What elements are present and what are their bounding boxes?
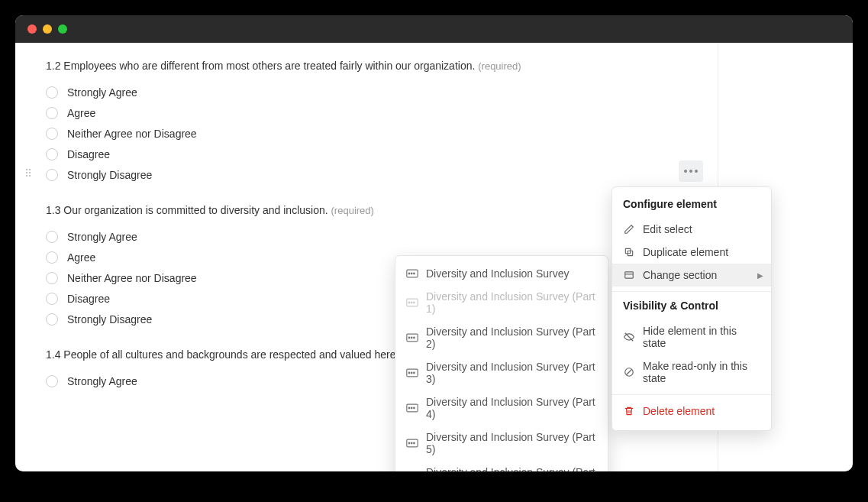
question-text: 1.2 Employees who are different from mos… (46, 58, 695, 74)
submenu-item-label: Diversity and Inclusion Survey (Part 4) (426, 396, 597, 420)
menu-item-change-section[interactable]: Change section ▶ (612, 264, 771, 287)
window-minimize-button[interactable] (43, 24, 52, 34)
app-window: 1.2 Employees who are different from mos… (15, 15, 853, 471)
menu-item-label: Make read-only in this state (643, 360, 760, 384)
radio-icon (46, 148, 58, 160)
option-label: Disagree (67, 293, 110, 305)
option-label: Strongly Disagree (67, 169, 152, 181)
question-prompt: Our organization is committed to diversi… (63, 204, 328, 216)
question-text: 1.3 Our organization is committed to div… (46, 202, 695, 219)
radio-icon (46, 169, 58, 181)
drag-handle-icon[interactable] (26, 169, 31, 177)
submenu-item[interactable]: Diversity and Inclusion Survey (Part 5) (395, 426, 608, 461)
submenu-item[interactable]: Diversity and Inclusion Survey (Part 6) (395, 461, 608, 471)
radio-icon (46, 107, 58, 119)
option-item[interactable]: Strongly Agree (46, 231, 695, 243)
radio-icon (46, 375, 58, 387)
option-label: Neither Agree nor Disagree (67, 128, 197, 140)
svg-point-19 (411, 337, 412, 338)
svg-point-12 (414, 273, 415, 274)
svg-point-27 (411, 407, 412, 409)
question-block: 1.2 Employees who are different from mos… (46, 58, 695, 181)
question-number: 1.2 (46, 60, 60, 72)
menu-section-title: Configure element (612, 195, 771, 218)
submenu-item-label: Diversity and Inclusion Survey (Part 3) (426, 361, 597, 385)
submenu-item[interactable]: Diversity and Inclusion Survey (Part 4) (395, 390, 608, 426)
form-icon (406, 402, 418, 414)
option-item[interactable]: Disagree (46, 148, 695, 160)
eye-off-icon (623, 331, 635, 343)
radio-icon (46, 313, 58, 325)
svg-point-26 (408, 407, 410, 409)
option-label: Neither Agree nor Disagree (67, 272, 197, 284)
menu-item-edit[interactable]: Edit select (612, 218, 771, 241)
option-item[interactable]: Neither Agree nor Disagree (46, 128, 695, 140)
option-label: Strongly Agree (67, 231, 137, 243)
svg-point-14 (408, 302, 410, 303)
form-icon (406, 437, 418, 449)
submenu-item-label: Diversity and Inclusion Survey (426, 267, 570, 280)
menu-item-label: Change section (643, 269, 717, 281)
submenu-item-label: Diversity and Inclusion Survey (Part 6) (426, 466, 597, 471)
window-titlebar (15, 15, 853, 43)
svg-point-28 (414, 407, 415, 409)
svg-point-11 (411, 273, 412, 274)
context-menu: Configure element Edit select Duplicate … (611, 186, 772, 431)
submenu-item-label: Diversity and Inclusion Survey (Part 1) (426, 290, 597, 315)
section-icon (623, 269, 635, 281)
question-prompt: People of all cultures and backgrounds a… (63, 348, 399, 361)
pencil-icon (623, 223, 635, 235)
window-maximize-button[interactable] (58, 24, 67, 34)
prohibit-icon (623, 366, 635, 378)
option-item[interactable]: Strongly Disagree (46, 169, 695, 181)
submenu-item[interactable]: Diversity and Inclusion Survey (Part 3) (395, 355, 608, 390)
option-item[interactable]: Strongly Agree (46, 86, 695, 99)
menu-item-readonly[interactable]: Make read-only in this state (612, 355, 771, 390)
question-prompt: Employees who are different from most ot… (63, 60, 475, 72)
option-label: Strongly Agree (67, 375, 137, 387)
submenu-item-label: Diversity and Inclusion Survey (Part 2) (426, 325, 597, 350)
question-number: 1.4 (46, 348, 60, 361)
options-list: Strongly Agree Agree Neither Agree nor D… (46, 86, 695, 181)
menu-item-label: Duplicate element (643, 246, 728, 258)
svg-point-30 (408, 442, 410, 444)
radio-icon (46, 231, 58, 243)
option-label: Agree (67, 107, 95, 119)
submenu-item[interactable]: Diversity and Inclusion Survey (Part 2) (395, 320, 608, 355)
form-icon (406, 332, 418, 344)
submenu-item[interactable]: Diversity and Inclusion Survey (395, 262, 608, 285)
change-section-submenu: Diversity and Inclusion Survey Diversity… (395, 255, 608, 471)
question-number: 1.3 (46, 204, 60, 216)
radio-icon (46, 128, 58, 140)
svg-point-31 (411, 442, 412, 444)
option-item[interactable]: Agree (46, 107, 695, 119)
svg-rect-2 (625, 272, 634, 278)
menu-item-hide[interactable]: Hide element in this state (612, 319, 771, 355)
menu-item-duplicate[interactable]: Duplicate element (612, 241, 771, 264)
chevron-right-icon: ▶ (757, 271, 763, 280)
svg-point-15 (411, 302, 412, 303)
submenu-item: Diversity and Inclusion Survey (Part 1) (395, 285, 608, 320)
svg-line-6 (627, 370, 632, 375)
option-label: Agree (67, 251, 95, 264)
option-label: Strongly Disagree (67, 313, 152, 325)
option-label: Disagree (67, 148, 110, 160)
menu-item-label: Edit select (643, 223, 692, 235)
form-icon (406, 296, 418, 309)
form-icon (406, 367, 418, 379)
radio-icon (46, 251, 58, 264)
svg-point-24 (414, 372, 415, 374)
svg-point-22 (408, 372, 410, 374)
menu-divider (612, 394, 771, 395)
svg-point-23 (411, 372, 412, 374)
radio-icon (46, 272, 58, 284)
menu-item-label: Hide element in this state (643, 325, 760, 349)
menu-section-title: Visibility & Control (612, 296, 771, 319)
menu-item-delete[interactable]: Delete element (612, 400, 771, 423)
svg-point-18 (408, 337, 410, 338)
required-label: (required) (478, 60, 521, 72)
window-close-button[interactable] (27, 24, 37, 34)
trash-icon (623, 405, 635, 417)
svg-point-10 (408, 273, 410, 274)
duplicate-icon (623, 246, 635, 258)
